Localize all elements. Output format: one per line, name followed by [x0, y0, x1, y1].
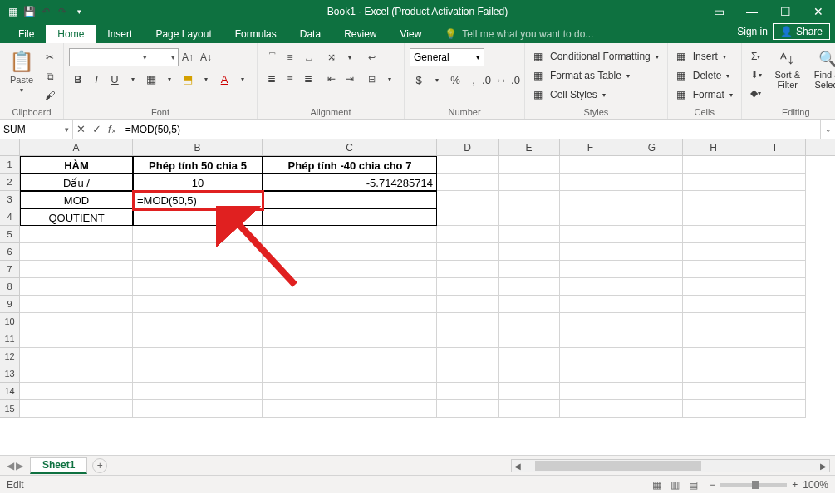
cell[interactable] [621, 208, 683, 226]
cell[interactable] [20, 261, 133, 278]
cell[interactable] [683, 278, 744, 296]
decrease-decimal-icon[interactable]: ←.0 [501, 71, 519, 88]
merge-dropdown-icon[interactable]: ▾ [381, 71, 399, 87]
row-header[interactable]: 1 [0, 156, 19, 174]
cell[interactable] [744, 330, 806, 348]
cell[interactable] [621, 226, 683, 243]
formula-input[interactable]: =MOD(50,5) [120, 120, 820, 139]
decrease-indent-icon[interactable]: ⇤ [322, 71, 341, 87]
tab-data[interactable]: Data [288, 25, 332, 43]
name-box[interactable]: SUM▾ [0, 120, 73, 139]
row-header[interactable]: 7 [0, 261, 19, 278]
paste-icon[interactable]: 📋 [9, 50, 34, 73]
font-color-dropdown-icon[interactable]: ▾ [233, 71, 252, 87]
cell[interactable] [133, 400, 263, 418]
fill-icon[interactable]: ⬇▾ [747, 66, 765, 83]
cell[interactable] [437, 156, 499, 174]
sheet-nav-prev-icon[interactable]: ◀ [7, 460, 14, 472]
cell[interactable] [499, 400, 560, 418]
cell[interactable] [437, 226, 499, 243]
cell[interactable] [437, 313, 499, 330]
cell[interactable] [560, 156, 621, 174]
cell[interactable] [499, 278, 560, 296]
cell[interactable] [263, 383, 437, 400]
cell[interactable] [744, 400, 806, 418]
tab-file[interactable]: File [7, 25, 46, 43]
cell[interactable] [744, 261, 806, 278]
cell[interactable] [621, 365, 683, 383]
align-bottom-icon[interactable]: ⎵ [299, 49, 317, 66]
fx-icon[interactable]: fₓ [108, 123, 116, 135]
sheet-nav-next-icon[interactable]: ▶ [16, 460, 23, 472]
cell[interactable] [621, 278, 683, 296]
cell[interactable] [133, 261, 263, 278]
fill-dropdown-icon[interactable]: ▾ [197, 71, 215, 87]
cell[interactable] [744, 208, 806, 226]
zoom-level[interactable]: 100% [803, 479, 828, 491]
cell[interactable] [560, 243, 621, 261]
cell[interactable] [621, 296, 683, 313]
cell[interactable] [683, 348, 744, 365]
format-as-table-button[interactable]: ▦Format as Table▾ [530, 67, 662, 84]
cell[interactable] [437, 296, 499, 313]
cell[interactable] [437, 208, 499, 226]
cell[interactable] [20, 313, 133, 330]
cell[interactable] [560, 400, 621, 418]
find-select-button[interactable]: 🔍 Find & Select [810, 48, 835, 105]
cell-styles-button[interactable]: ▦Cell Styles▾ [530, 86, 662, 103]
minimize-button[interactable]: — [735, 0, 769, 23]
row-header[interactable]: 14 [0, 383, 19, 400]
zoom-in-button[interactable]: + [792, 479, 798, 491]
cell[interactable] [437, 278, 499, 296]
cell-b4[interactable] [133, 208, 263, 226]
align-left-icon[interactable]: ≣ [263, 71, 281, 87]
cell[interactable] [133, 226, 263, 243]
align-top-icon[interactable]: ⎴ [263, 49, 281, 66]
cell[interactable] [499, 174, 560, 191]
cell[interactable] [437, 348, 499, 365]
cell[interactable] [263, 348, 437, 365]
sign-in-link[interactable]: Sign in [737, 26, 768, 37]
cell[interactable] [437, 330, 499, 348]
row-header[interactable]: 13 [0, 365, 19, 383]
cell[interactable] [263, 226, 437, 243]
cell[interactable] [20, 383, 133, 400]
cell[interactable] [683, 313, 744, 330]
maximize-button[interactable]: ☐ [769, 0, 802, 23]
cell[interactable] [744, 348, 806, 365]
cell[interactable] [744, 226, 806, 243]
increase-decimal-icon[interactable]: .0→ [483, 71, 501, 88]
cut-icon[interactable]: ✂ [42, 49, 58, 66]
cell[interactable] [683, 156, 744, 174]
fill-color-icon[interactable]: ⬒ [179, 71, 197, 87]
col-header-a[interactable]: A [20, 139, 133, 155]
col-header-h[interactable]: H [683, 139, 744, 155]
cell[interactable] [499, 365, 560, 383]
tell-me[interactable]: 💡Tell me what you want to do... [433, 25, 605, 43]
cell[interactable] [499, 156, 560, 174]
cell[interactable] [744, 313, 806, 330]
ribbon-options-icon[interactable]: ▭ [702, 0, 735, 23]
col-header-g[interactable]: G [621, 139, 683, 155]
close-button[interactable]: ✕ [802, 0, 835, 23]
cell[interactable] [437, 365, 499, 383]
zoom-thumb[interactable] [752, 481, 759, 489]
cancel-formula-icon[interactable]: ✕ [76, 123, 86, 135]
cell[interactable] [621, 243, 683, 261]
cell[interactable] [437, 191, 499, 208]
row-header[interactable]: 11 [0, 330, 19, 348]
redo-icon[interactable]: ↷ [56, 6, 68, 17]
cell[interactable] [621, 313, 683, 330]
cell[interactable] [263, 261, 437, 278]
name-box-dropdown-icon[interactable]: ▾ [65, 125, 69, 134]
cell[interactable] [560, 296, 621, 313]
cell[interactable] [560, 208, 621, 226]
orientation-icon[interactable]: ⤮ [322, 49, 341, 66]
cell[interactable] [499, 330, 560, 348]
border-dropdown-icon[interactable]: ▾ [160, 71, 179, 87]
percent-icon[interactable]: % [446, 71, 464, 88]
cell[interactable] [683, 243, 744, 261]
cell[interactable] [133, 365, 263, 383]
align-middle-icon[interactable]: ≡ [281, 49, 299, 66]
border-icon[interactable]: ▦ [142, 71, 160, 87]
